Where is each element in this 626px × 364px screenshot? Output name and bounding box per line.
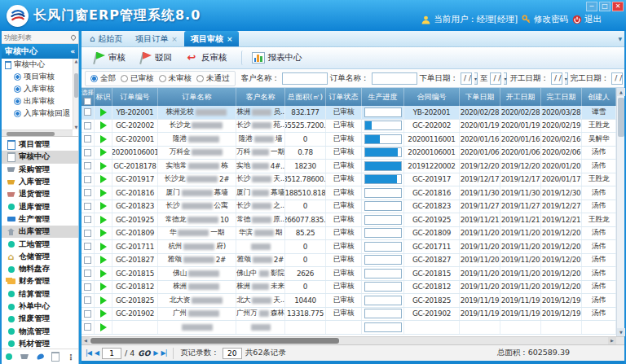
sidebar-item[interactable]: 退货管理 <box>2 188 78 200</box>
row-checkbox[interactable] <box>84 296 91 304</box>
sidebar-item[interactable]: 项目管理 <box>2 138 78 151</box>
table-row[interactable]: GC-201925常德龙10常德原..266077.835..已审核GC-201… <box>82 213 616 227</box>
grid-horizontal-scrollbar[interactable]: ◀ ▶ <box>82 336 624 344</box>
row-checkbox[interactable] <box>84 216 91 223</box>
more-icon[interactable] <box>67 353 76 362</box>
approve-button[interactable]: 审核 <box>86 50 131 66</box>
row-checkbox[interactable] <box>84 162 91 169</box>
calendar-dropdown-icon[interactable]: ▾ <box>565 72 568 85</box>
sidebar-item[interactable]: 物流管理 <box>2 325 78 337</box>
collapse-sidebar-icon[interactable]: « <box>70 47 75 55</box>
table-row[interactable]: GC-201809华一期华滨期85.25已审核GC-2018092019/11/… <box>82 227 616 241</box>
tree-scroll-thumb[interactable] <box>74 73 78 98</box>
report-center-button[interactable]: 报表中心 <box>241 50 308 65</box>
scroll-down-icon[interactable]: ▼ <box>73 125 78 129</box>
table-row[interactable]: GC-201825北大资北大天..10440已审核GC-2018252019/1… <box>82 294 616 308</box>
table-row[interactable]: GC-201812株洲株洲未来0已审核GC-2018122019/11/2020… <box>82 281 616 295</box>
row-checkbox[interactable] <box>84 243 91 250</box>
prev-page-button[interactable]: ◀ <box>95 349 99 357</box>
function-search-input[interactable] <box>4 33 71 42</box>
cart-icon[interactable] <box>20 353 29 362</box>
sidebar-item[interactable]: 退库管理 <box>2 200 78 213</box>
page-size-input[interactable] <box>223 348 242 359</box>
row-checkbox[interactable] <box>84 257 91 264</box>
row-checkbox[interactable] <box>84 149 91 156</box>
table-row[interactable]: GC-201711杭州府)0已审核GC-2017112019/11/202019… <box>82 240 616 254</box>
sidebar-item[interactable]: 补单中心 <box>2 300 78 313</box>
sidebar-item[interactable]: 出库管理 <box>2 226 78 238</box>
sidebar-item[interactable]: 采购管理 <box>2 164 78 176</box>
scroll-up-icon[interactable]: ▲ <box>73 59 78 64</box>
table-row[interactable]: GC-201902广州广州万森林13318.775已审核GC-201902201… <box>82 308 616 322</box>
reject-button[interactable]: 驳回 <box>133 50 178 66</box>
close-tab-icon[interactable]: × <box>227 35 233 43</box>
row-checkbox[interactable] <box>84 310 91 318</box>
table-row[interactable]: GC-201816厦门幕墙厦门幕墙188510.818已审核GC-2018162… <box>82 186 616 200</box>
sidebar-item[interactable]: 物料盘存 <box>2 263 78 275</box>
row-checkbox[interactable] <box>84 283 91 291</box>
tree-root[interactable]: 审核中心 <box>2 59 78 71</box>
tree-item[interactable]: 入库审核回退 <box>2 107 78 120</box>
row-checkbox[interactable] <box>84 230 91 237</box>
table-row[interactable]: GC-201827雅颂2#雅颂2#0已审核GC-2018272019/11/20… <box>82 254 616 268</box>
status-radio[interactable]: 未审核 <box>159 73 192 84</box>
next-page-button[interactable]: ▶ <box>153 349 157 357</box>
sidebar-item[interactable]: 入库管理 <box>2 176 78 188</box>
sidebar-item[interactable]: 财务管理 <box>2 275 78 287</box>
scroll-left-icon[interactable]: ◀ <box>82 337 90 344</box>
change-password-button[interactable]: 修改密码 <box>522 14 568 25</box>
table-row[interactable]: GC-201823长沙公寓长沙之..0已审核GC-2018232019/11/2… <box>82 200 616 214</box>
finish-date-input[interactable]: / / <box>611 72 623 85</box>
order-name-input[interactable] <box>372 72 417 85</box>
close-tab-icon[interactable]: × <box>171 35 178 43</box>
calendar-dropdown-icon[interactable]: ▾ <box>504 72 507 85</box>
maximize-button[interactable]: □ <box>599 2 611 11</box>
row-checkbox[interactable] <box>84 176 91 183</box>
order-date-input[interactable]: / / <box>461 72 472 85</box>
go-button[interactable]: GO <box>138 349 150 357</box>
scroll-up-icon[interactable]: ▲ <box>617 88 625 96</box>
tab-overflow-icon[interactable]: ▼ <box>618 36 622 42</box>
pin-icon[interactable] <box>70 33 77 40</box>
status-radio[interactable]: 全部 <box>90 73 116 84</box>
start-date-input[interactable]: / / <box>551 72 562 85</box>
table-row[interactable] <box>82 321 616 335</box>
scroll-right-icon[interactable]: ▶ <box>608 337 616 344</box>
calendar-dropdown-icon[interactable]: ▾ <box>474 72 478 85</box>
sidebar-item[interactable]: 耗材管理 <box>2 338 78 349</box>
swoosh-icon[interactable] <box>36 353 45 362</box>
grid-vertical-scrollbar[interactable]: ▲ ▼ <box>616 88 624 336</box>
hscroll-thumb[interactable] <box>90 338 339 344</box>
sidebar-item[interactable]: 工地管理 <box>2 238 78 250</box>
table-row[interactable]: GC-201917长沙龙2#长沙天..8512.78600..已审核GC-201… <box>82 173 616 187</box>
table-row[interactable]: 20200106001万科金万科一期0.78已审核202001060012020… <box>82 147 616 160</box>
row-checkbox[interactable] <box>84 203 91 210</box>
logout-button[interactable]: 退出 <box>572 14 602 25</box>
row-checkbox[interactable] <box>84 122 91 129</box>
current-user[interactable]: 当前用户：经理[经理] <box>421 14 518 25</box>
sidebar-item[interactable]: 报废管理 <box>2 313 78 325</box>
unapprove-button[interactable]: ↩反审核 <box>179 50 233 66</box>
tab[interactable]: 项目订单× <box>129 31 184 46</box>
sidebar-item[interactable]: 生产管理 <box>2 213 78 226</box>
table-row[interactable]: GC-202002长沙龙长沙苑..65525.7200..已审核GC-20200… <box>82 120 616 134</box>
tree-vertical-scrollbar[interactable]: ▲ ▼ <box>73 59 78 129</box>
row-checkbox[interactable] <box>84 323 91 331</box>
vscroll-thumb[interactable] <box>618 98 624 137</box>
tree-hscroll-thumb[interactable] <box>7 132 55 136</box>
customer-name-input[interactable] <box>282 72 328 85</box>
table-row[interactable]: GC-201815佛山佛山中影院2626已审核GC-2018152019/11/… <box>82 267 616 281</box>
page-number-input[interactable] <box>102 348 121 359</box>
doc2-icon[interactable] <box>51 353 60 362</box>
minimize-button[interactable]: ─ <box>586 2 597 11</box>
sidebar-item[interactable]: 仓储管理 <box>2 251 78 263</box>
table-row[interactable]: YB-202001株洲党校株洲员..832.177已审核YB-202001202… <box>82 106 616 120</box>
tab[interactable]: 项目审核× <box>184 31 240 46</box>
sidebar-item[interactable]: 审核中心 <box>2 151 78 163</box>
sidebar-item[interactable]: 结算管理 <box>2 288 78 300</box>
table-row[interactable]: GC-202001隆港隆港墙0已审核202001160012020/01/162… <box>82 133 616 147</box>
tree-item[interactable]: 出库审核 <box>2 95 78 107</box>
table-row[interactable]: GC-2018178实地常栋实地4#..18230已审核201912200022… <box>82 160 616 173</box>
row-checkbox[interactable] <box>84 189 91 196</box>
row-checkbox[interactable] <box>84 135 91 143</box>
